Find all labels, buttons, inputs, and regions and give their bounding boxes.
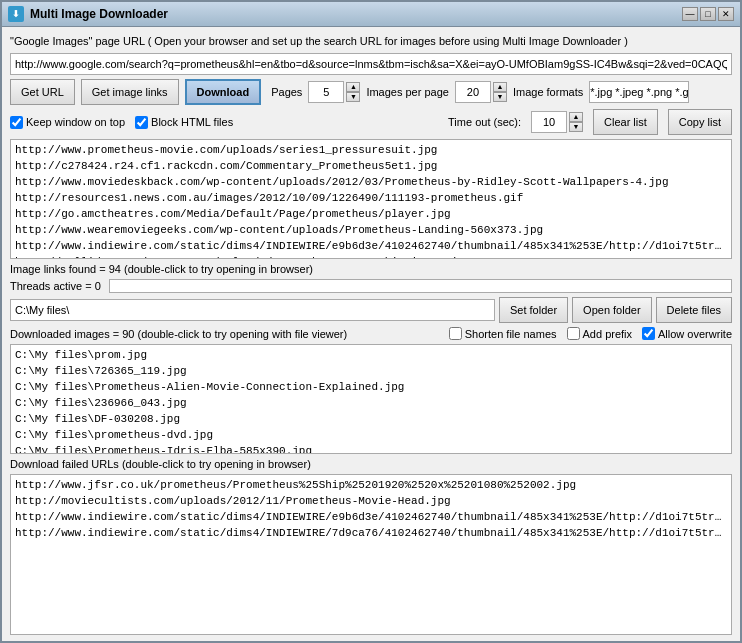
list-item[interactable]: http://resources1.news.com.au/images/201… <box>13 190 729 206</box>
title-bar: ⬇ Multi Image Downloader — □ ✕ <box>2 2 740 27</box>
threads-row: Threads active = 0 <box>10 279 732 293</box>
list-item[interactable]: http://moviecultists.com/uploads/2012/11… <box>13 493 729 509</box>
list-item[interactable]: http://c278424.r24.cf1.rackcdn.com/Comme… <box>13 158 729 174</box>
keep-window-on-top-checkbox[interactable] <box>10 116 23 129</box>
threads-progress-bar <box>109 279 732 293</box>
list-item[interactable]: C:\My files\Prometheus-Alien-Movie-Conne… <box>13 379 729 395</box>
download-options-row: Downloaded images = 90 (double-click to … <box>10 327 732 340</box>
pages-input[interactable] <box>308 81 344 103</box>
timeout-spinner[interactable]: ▲ ▼ <box>531 111 583 133</box>
timeout-label: Time out (sec): <box>448 116 521 128</box>
block-html-files-label[interactable]: Block HTML files <box>135 116 233 129</box>
list-item[interactable]: http://www.indiewire.com/static/dims4/IN… <box>13 509 729 525</box>
get-image-links-button[interactable]: Get image links <box>81 79 179 105</box>
failed-urls-list[interactable]: http://www.jfsr.co.uk/prometheus/Prometh… <box>10 474 732 635</box>
url-section-label: "Google Images" page URL ( Open your bro… <box>10 33 732 49</box>
images-per-page-spinner[interactable]: ▲ ▼ <box>455 81 507 103</box>
list-item[interactable]: C:\My files\prometheus-dvd.jpg <box>13 427 729 443</box>
main-window: ⬇ Multi Image Downloader — □ ✕ "Google I… <box>0 0 742 643</box>
toolbar-row: Get URL Get image links Download Pages ▲… <box>10 79 732 105</box>
options-row: Keep window on top Block HTML files Time… <box>10 109 732 135</box>
pages-up-button[interactable]: ▲ <box>346 82 360 92</box>
failed-urls-status: Download failed URLs (double-click to tr… <box>10 458 732 470</box>
list-item[interactable]: C:\My files\prom.jpg <box>13 347 729 363</box>
ipp-down-button[interactable]: ▼ <box>493 92 507 102</box>
add-prefix-label[interactable]: Add prefix <box>567 327 633 340</box>
timeout-up-button[interactable]: ▲ <box>569 112 583 122</box>
list-item[interactable]: C:\My files\Prometheus-Idris-Elba-585x39… <box>13 443 729 454</box>
pages-spinner[interactable]: ▲ ▼ <box>308 81 360 103</box>
list-item[interactable]: http://www.indiewire.com/static/dims4/IN… <box>13 238 729 254</box>
images-per-page-input[interactable] <box>455 81 491 103</box>
delete-files-button[interactable]: Delete files <box>656 297 732 323</box>
download-button[interactable]: Download <box>185 79 262 105</box>
image-formats-label: Image formats <box>513 86 583 98</box>
clear-list-button[interactable]: Clear list <box>593 109 658 135</box>
copy-list-button[interactable]: Copy list <box>668 109 732 135</box>
list-item[interactable]: http://collider.com/wp-content/uploads/p… <box>13 254 729 259</box>
close-button[interactable]: ✕ <box>718 7 734 21</box>
get-url-button[interactable]: Get URL <box>10 79 75 105</box>
list-item[interactable]: http://www.wearemoviegeeks.com/wp-conten… <box>13 222 729 238</box>
threads-label: Threads active = 0 <box>10 280 101 292</box>
allow-overwrite-checkbox[interactable] <box>642 327 655 340</box>
pages-label: Pages <box>271 86 302 98</box>
block-html-files-checkbox[interactable] <box>135 116 148 129</box>
list-item[interactable]: http://www.jfsr.co.uk/prometheus/Prometh… <box>13 477 729 493</box>
list-item[interactable]: C:\My files\DF-030208.jpg <box>13 411 729 427</box>
image-links-status: Image links found = 94 (double-click to … <box>10 263 732 275</box>
window-title: Multi Image Downloader <box>30 7 676 21</box>
list-item[interactable]: C:\My files\726365_119.jpg <box>13 363 729 379</box>
folder-row: Set folder Open folder Delete files <box>10 297 732 323</box>
list-item[interactable]: http://www.indiewire.com/static/dims4/IN… <box>13 525 729 541</box>
image-formats-input[interactable] <box>589 81 689 103</box>
keep-window-on-top-label[interactable]: Keep window on top <box>10 116 125 129</box>
list-item[interactable]: http://www.prometheus-movie.com/uploads/… <box>13 142 729 158</box>
set-folder-button[interactable]: Set folder <box>499 297 568 323</box>
minimize-button[interactable]: — <box>682 7 698 21</box>
ipp-up-button[interactable]: ▲ <box>493 82 507 92</box>
list-item[interactable]: C:\My files\236966_043.jpg <box>13 395 729 411</box>
downloaded-files-list[interactable]: C:\My files\prom.jpg C:\My files\726365_… <box>10 344 732 454</box>
maximize-button[interactable]: □ <box>700 7 716 21</box>
shorten-file-names-checkbox[interactable] <box>449 327 462 340</box>
image-links-list[interactable]: http://www.prometheus-movie.com/uploads/… <box>10 139 732 259</box>
app-icon: ⬇ <box>8 6 24 22</box>
url-input[interactable] <box>10 53 732 75</box>
allow-overwrite-label[interactable]: Allow overwrite <box>642 327 732 340</box>
list-item[interactable]: http://go.amctheatres.com/Media/Default/… <box>13 206 729 222</box>
list-item[interactable]: http://www.moviedeskback.com/wp-content/… <box>13 174 729 190</box>
pages-down-button[interactable]: ▼ <box>346 92 360 102</box>
downloaded-status: Downloaded images = 90 (double-click to … <box>10 328 347 340</box>
open-folder-button[interactable]: Open folder <box>572 297 651 323</box>
timeout-down-button[interactable]: ▼ <box>569 122 583 132</box>
images-per-page-label: Images per page <box>366 86 449 98</box>
add-prefix-checkbox[interactable] <box>567 327 580 340</box>
title-bar-buttons: — □ ✕ <box>682 7 734 21</box>
folder-input[interactable] <box>10 299 495 321</box>
shorten-file-names-label[interactable]: Shorten file names <box>449 327 557 340</box>
timeout-input[interactable] <box>531 111 567 133</box>
